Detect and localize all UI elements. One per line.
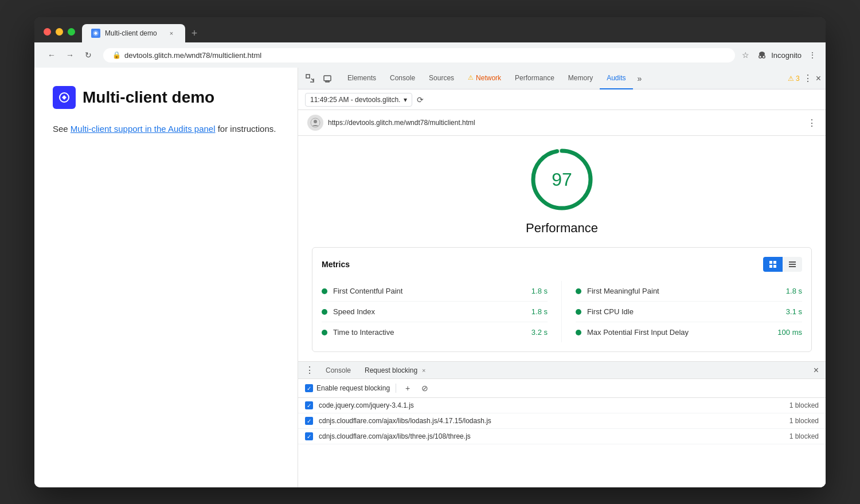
- metric-value-fmp: 1.8 s: [786, 287, 802, 295]
- toolbar-right: ☆ Incognito ⋮: [742, 49, 816, 61]
- browser-window: Multi-client demo × + ← → ↻ 🔒 devtools.g…: [34, 17, 826, 487]
- tab-bar: Multi-client demo × +: [82, 24, 202, 42]
- address-input[interactable]: 🔒 devtools.glitch.me/wndt78/multiclient.…: [103, 48, 735, 62]
- svg-point-5: [760, 56, 761, 58]
- tab-performance[interactable]: Performance: [508, 68, 561, 89]
- device-toolbar-icon[interactable]: [320, 71, 335, 86]
- audit-url-text: https://devtools.glitch.me/wndt78/multic…: [328, 119, 803, 127]
- main-content: Multi-client demo See Multi-client suppo…: [34, 68, 826, 487]
- console-close-button[interactable]: ×: [811, 365, 821, 376]
- blocked-item-0-checkbox[interactable]: ✓: [305, 401, 313, 409]
- blocked-item-1-checkbox[interactable]: ✓: [305, 417, 313, 425]
- incognito-label: Incognito: [771, 51, 802, 60]
- metric-row-si: Speed Index 1.8 s: [322, 302, 548, 322]
- page-desc-after: for instructions.: [216, 124, 276, 134]
- tab-close-button[interactable]: ×: [167, 29, 176, 38]
- close-traffic-light[interactable]: [44, 28, 51, 36]
- devtools-settings-icon[interactable]: ⋮: [803, 73, 812, 84]
- console-menu-icon[interactable]: ⋮: [303, 365, 316, 376]
- metric-dot-fmp: [576, 288, 581, 294]
- devtools-close-icon[interactable]: ×: [816, 73, 821, 84]
- grid-icon: [769, 260, 777, 268]
- metric-name-fci: First CPU Idle: [587, 307, 780, 316]
- devtools-toolbar: Elements Console Sources ⚠ Network Perfo…: [298, 68, 826, 89]
- add-pattern-button[interactable]: +: [402, 382, 413, 394]
- minimize-traffic-light[interactable]: [56, 28, 63, 36]
- metric-row-mpfid: Max Potential First Input Delay 100 ms: [576, 322, 802, 342]
- console-tab-console[interactable]: Console: [321, 364, 355, 377]
- page-description: See Multi-client support in the Audits p…: [53, 123, 279, 136]
- session-label: 11:49:25 AM - devtools.glitch.: [310, 96, 400, 104]
- devtools-more-tabs[interactable]: »: [633, 72, 647, 85]
- svg-rect-21: [789, 266, 796, 267]
- svg-rect-15: [769, 261, 772, 264]
- score-circle-container: 97: [312, 145, 812, 214]
- tab-elements[interactable]: Elements: [341, 68, 383, 89]
- metric-dot-fcp: [322, 288, 327, 294]
- console-tab-request-blocking[interactable]: Request blocking ×: [360, 364, 431, 377]
- list-icon: [788, 260, 796, 268]
- blocked-item-0-count: 1 blocked: [789, 401, 819, 409]
- maximize-traffic-light[interactable]: [68, 28, 75, 36]
- metrics-section: Metrics: [312, 247, 812, 352]
- audit-url-bar: https://devtools.glitch.me/wndt78/multic…: [298, 110, 826, 136]
- tab-network[interactable]: ⚠ Network: [461, 68, 508, 89]
- audits-panel-link[interactable]: Multi-client support in the Audits panel: [71, 124, 216, 134]
- metric-value-fcp: 1.8 s: [531, 287, 548, 295]
- browser-tab-active[interactable]: Multi-client demo ×: [82, 24, 185, 42]
- metric-row-tti: Time to Interactive 3.2 s: [322, 322, 548, 342]
- tab-title: Multi-client demo: [105, 29, 162, 37]
- console-tab-bar: ⋮ Console Request blocking × ×: [298, 362, 826, 379]
- audit-more-icon[interactable]: ⋮: [807, 118, 816, 128]
- nav-buttons: ← → ↻: [44, 47, 96, 63]
- devtools-panel: Elements Console Sources ⚠ Network Perfo…: [298, 68, 826, 487]
- score-category-label: Performance: [312, 221, 812, 236]
- new-tab-button[interactable]: +: [186, 25, 202, 41]
- devtools-tabs: Elements Console Sources ⚠ Network Perfo…: [341, 68, 787, 89]
- blocked-item-2-url: cdnjs.cloudflare.com/ajax/libs/three.js/…: [319, 432, 784, 440]
- metric-row-fci: First CPU Idle 3.1 s: [576, 302, 802, 322]
- console-tab-close-icon[interactable]: ×: [422, 367, 425, 374]
- enable-blocking-checkbox[interactable]: ✓: [305, 384, 313, 392]
- chrome-more-icon[interactable]: ⋮: [808, 50, 816, 60]
- audit-avatar: [307, 115, 323, 131]
- svg-rect-10: [326, 81, 329, 82]
- enable-blocking-label[interactable]: ✓ Enable request blocking: [305, 384, 390, 392]
- metric-name-tti: Time to Interactive: [333, 328, 526, 337]
- warning-badge: ⚠ 3: [788, 75, 800, 83]
- blocked-list: ✓ code.jquery.com/jquery-3.4.1.js 1 bloc…: [298, 398, 826, 444]
- inspect-element-icon[interactable]: [303, 71, 318, 86]
- blocked-item-1-url: cdnjs.cloudflare.com/ajax/libs/lodash.js…: [319, 417, 784, 425]
- tab-sources[interactable]: Sources: [422, 68, 461, 89]
- toggle-list-view[interactable]: [783, 257, 802, 272]
- metrics-view-toggle: [763, 257, 802, 272]
- svg-rect-17: [769, 265, 772, 268]
- address-bar: ← → ↻ 🔒 devtools.glitch.me/wndt78/multic…: [34, 42, 826, 68]
- blocked-item-2-checkbox[interactable]: ✓: [305, 432, 313, 440]
- remove-all-patterns-button[interactable]: ⊘: [419, 382, 431, 394]
- page-content: Multi-client demo See Multi-client suppo…: [34, 68, 298, 487]
- blocked-item-1-count: 1 blocked: [789, 417, 819, 425]
- metric-dot-si: [322, 309, 327, 315]
- network-warning-icon: ⚠: [468, 74, 474, 81]
- session-reload-icon[interactable]: ⟳: [417, 95, 424, 104]
- metrics-title: Metrics: [322, 260, 350, 269]
- svg-point-6: [763, 56, 765, 58]
- svg-rect-18: [773, 265, 776, 268]
- blocked-item-2-count: 1 blocked: [789, 432, 819, 440]
- toggle-grid-view[interactable]: [763, 257, 783, 272]
- svg-point-12: [314, 120, 317, 123]
- bookmark-icon[interactable]: ☆: [742, 50, 749, 60]
- session-selector[interactable]: 11:49:25 AM - devtools.glitch. ▾: [305, 93, 412, 107]
- tab-console[interactable]: Console: [383, 68, 422, 89]
- tab-audits[interactable]: Audits: [600, 68, 632, 89]
- svg-rect-16: [773, 261, 776, 264]
- forward-button[interactable]: →: [62, 47, 78, 63]
- page-heading: Multi-client demo: [83, 88, 214, 107]
- svg-rect-8: [306, 75, 310, 78]
- refresh-button[interactable]: ↻: [80, 47, 96, 63]
- score-circle: 97: [527, 145, 596, 214]
- tab-memory[interactable]: Memory: [561, 68, 600, 89]
- back-button[interactable]: ←: [44, 47, 60, 63]
- metric-row-fcp: First Contentful Paint 1.8 s: [322, 281, 548, 302]
